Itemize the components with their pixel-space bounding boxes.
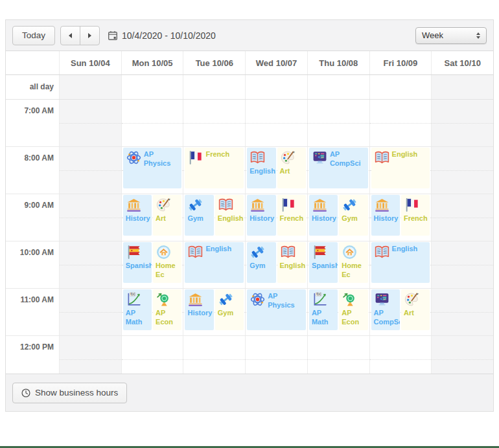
hour-cell[interactable]: EnglishArt (245, 147, 307, 194)
hour-cell[interactable] (431, 147, 493, 194)
event-home-ec[interactable]: Home Ec (339, 242, 367, 283)
event-title: French (205, 150, 229, 158)
event-ap-compsci[interactable]: </>AP CompSci (309, 148, 368, 188)
hour-cell[interactable]: HistoryFrench (369, 194, 432, 241)
event-french[interactable]: French (401, 195, 430, 236)
all-day-cell[interactable] (59, 75, 121, 99)
hour-cell[interactable]: AP Physics (121, 147, 183, 194)
hour-cell[interactable] (431, 241, 493, 288)
event-gym[interactable]: Gym (185, 195, 213, 236)
view-selector-dropdown[interactable]: Week (415, 27, 487, 44)
hour-cell[interactable]: </>AP CompSciArt (369, 289, 432, 335)
event-english[interactable]: English (247, 148, 275, 188)
event-title: Art (404, 309, 414, 317)
all-day-cell[interactable] (183, 75, 245, 99)
hour-cell[interactable] (59, 147, 121, 194)
hour-cell[interactable]: HistoryGym (307, 194, 369, 241)
hour-cell[interactable] (245, 100, 307, 146)
svg-text:</>: </> (318, 155, 325, 159)
event-ap-compsci[interactable]: </>AP CompSci (371, 289, 400, 330)
hour-cell[interactable]: French (183, 147, 245, 194)
day-header: Tue 10/06 (183, 51, 245, 74)
all-day-cell[interactable] (245, 75, 307, 99)
event-gym[interactable]: Gym (339, 195, 367, 236)
hour-cell[interactable] (59, 100, 121, 146)
event-english[interactable]: English (371, 148, 430, 188)
all-day-cell[interactable] (307, 75, 369, 99)
event-history[interactable]: History (185, 289, 213, 330)
event-history[interactable]: History (123, 195, 152, 236)
hour-cell[interactable]: AP Physics (245, 289, 307, 335)
hour-cell[interactable] (307, 100, 369, 146)
hour-cell[interactable] (59, 194, 121, 241)
event-ap-econ[interactable]: AP Econ (153, 289, 181, 330)
hour-cell[interactable]: GymEnglish (245, 241, 307, 288)
hour-cell[interactable] (431, 100, 493, 146)
hour-cell[interactable]: SpanishHome Ec (121, 241, 183, 288)
events-container: French (185, 148, 244, 188)
hour-cell[interactable]: f(x)AP MathAP Econ (121, 289, 183, 335)
event-gym[interactable]: Gym (215, 289, 244, 330)
event-history[interactable]: History (309, 195, 338, 236)
event-ap-math[interactable]: f(x)AP Math (309, 289, 338, 330)
events-container: HistoryFrench (371, 195, 430, 236)
next-week-button[interactable] (80, 26, 100, 45)
all-day-cell[interactable] (369, 75, 432, 99)
hour-cell[interactable] (245, 336, 307, 374)
hour-cell[interactable] (369, 336, 432, 374)
hour-cell[interactable]: English (369, 147, 432, 194)
event-french[interactable]: French (277, 195, 306, 236)
date-range-picker[interactable]: 10/4/2020 - 10/10/2020 (108, 30, 216, 41)
event-spanish[interactable]: Spanish (123, 242, 152, 283)
day-header: Sun 10/04 (59, 51, 121, 74)
physics-atom-icon (250, 291, 266, 308)
hour-cell[interactable] (183, 336, 245, 374)
hour-cell[interactable] (431, 194, 493, 241)
hour-cell[interactable]: HistoryFrench (245, 194, 307, 241)
event-art[interactable]: Art (153, 195, 181, 236)
hour-cell[interactable]: English (369, 241, 432, 288)
event-art[interactable]: Art (277, 148, 306, 188)
hour-cell[interactable] (121, 100, 183, 146)
hour-cell[interactable]: HistoryArt (121, 194, 183, 241)
event-title: History (312, 214, 336, 222)
event-art[interactable]: Art (401, 289, 430, 330)
hour-cell[interactable]: English (183, 241, 245, 288)
hour-cell[interactable]: SpanishHome Ec (307, 241, 369, 288)
home-icon (156, 244, 172, 260)
event-spanish[interactable]: Spanish (309, 242, 338, 283)
event-english[interactable]: English (277, 242, 306, 283)
hour-cell[interactable] (431, 289, 493, 335)
event-english[interactable]: English (185, 242, 244, 283)
event-gym[interactable]: Gym (247, 242, 275, 283)
hour-cell[interactable]: </>AP CompSci (307, 147, 369, 194)
hour-cell[interactable] (59, 336, 121, 374)
all-day-cell[interactable] (121, 75, 183, 99)
event-french[interactable]: French (185, 148, 244, 188)
event-title: Art (280, 167, 290, 175)
hour-cell[interactable] (59, 289, 121, 335)
event-ap-math[interactable]: f(x)AP Math (123, 289, 152, 330)
prev-week-button[interactable] (60, 26, 80, 45)
all-day-cell[interactable] (431, 75, 493, 99)
museum-building-icon (126, 197, 142, 213)
event-ap-physics[interactable]: AP Physics (247, 289, 306, 330)
show-business-hours-button[interactable]: Show business hours (12, 383, 127, 403)
hour-cell[interactable]: GymEnglish (183, 194, 245, 241)
hour-cell[interactable] (121, 336, 183, 374)
hour-cell[interactable]: f(x)AP MathAP Econ (307, 289, 369, 335)
hour-cell[interactable] (431, 336, 493, 374)
hour-cell[interactable] (307, 336, 369, 374)
event-ap-physics[interactable]: AP Physics (123, 148, 182, 188)
hour-cell[interactable] (183, 100, 245, 146)
hour-cell[interactable] (369, 100, 432, 146)
event-english[interactable]: English (215, 195, 244, 236)
event-ap-econ[interactable]: AP Econ (339, 289, 367, 330)
event-history[interactable]: History (371, 195, 400, 236)
event-history[interactable]: History (247, 195, 275, 236)
hour-cell[interactable]: HistoryGym (183, 289, 245, 335)
event-english[interactable]: English (371, 242, 430, 283)
hour-cell[interactable] (59, 241, 121, 288)
today-button[interactable]: Today (12, 26, 55, 45)
event-home-ec[interactable]: Home Ec (153, 242, 181, 283)
